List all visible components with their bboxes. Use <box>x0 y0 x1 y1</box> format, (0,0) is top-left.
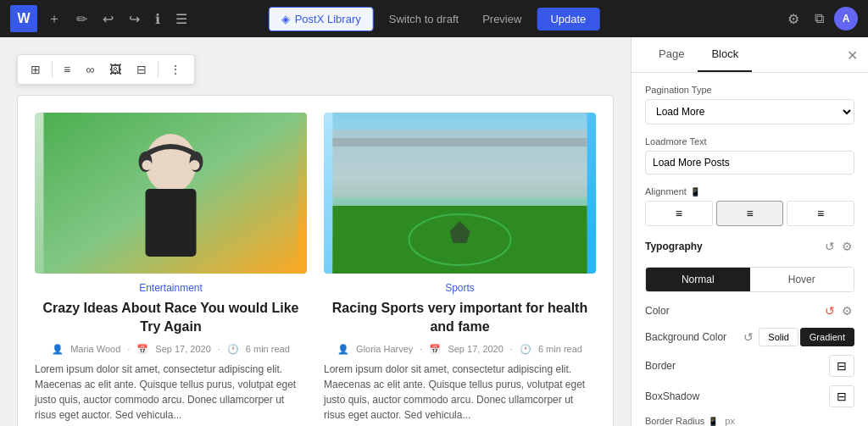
color-reset-button[interactable]: ↺ <box>825 304 835 318</box>
loop-button[interactable]: ∞ <box>80 58 100 80</box>
typography-group: Typography ↺ ⚙ <box>645 238 854 255</box>
post-date: Sep 17, 2020 <box>155 344 210 354</box>
typography-settings-button[interactable]: ⚙ <box>840 238 854 255</box>
post-date: Sep 17, 2020 <box>448 344 503 354</box>
redo-button[interactable]: ↪ <box>124 6 145 32</box>
typography-header: Typography ↺ ⚙ <box>645 238 854 255</box>
user-avatar-button[interactable]: A <box>834 7 858 30</box>
svg-point-5 <box>142 160 153 170</box>
grid-view-button[interactable]: ⊞ <box>25 58 47 80</box>
solid-button[interactable]: Solid <box>759 328 798 346</box>
normal-state-button[interactable]: Normal <box>646 268 750 291</box>
read-time: 6 min read <box>538 344 582 354</box>
align-left-button[interactable]: ≡ <box>645 201 713 226</box>
gradient-button[interactable]: Gradient <box>800 328 854 346</box>
color-picker-button[interactable]: ⚙ <box>840 302 854 319</box>
calendar-icon: 📅 <box>429 344 441 355</box>
solid-gradient-toggle: Solid Gradient <box>759 328 854 346</box>
tab-block[interactable]: Block <box>698 37 752 72</box>
state-toggle: Normal Hover <box>645 267 854 292</box>
list-view-button[interactable]: ≡ <box>58 58 76 80</box>
post-card: Sports Racing Sports very important for … <box>324 113 596 423</box>
post-grid: Entertainment Crazy Ideas About Race You… <box>17 95 614 426</box>
typography-reset-button[interactable]: ↺ <box>823 238 837 255</box>
tab-page[interactable]: Page <box>645 37 698 72</box>
author-icon: 👤 <box>52 344 64 355</box>
post-title[interactable]: Racing Sports very important for health … <box>324 299 596 337</box>
responsive-radius-icon: 📱 <box>708 417 718 426</box>
blocks-button[interactable]: ⧉ <box>810 6 829 31</box>
color-controls: ↺ ⚙ <box>825 302 854 319</box>
loadmore-text-label: Loadmore Text <box>645 136 854 147</box>
sidebar: Page Block ✕ Pagination Type Load More L… <box>631 37 868 426</box>
canvas: ⊞ ≡ ∞ 🖼 ⊟ ⋮ <box>0 37 631 426</box>
sidebar-tabs: Page Block ✕ <box>632 37 868 73</box>
settings-button[interactable]: ⚙ <box>782 6 804 32</box>
main-layout: ⊞ ≡ ∞ 🖼 ⊟ ⋮ <box>0 37 868 426</box>
dot-separator: · <box>420 344 422 354</box>
post-author: Gloria Harvey <box>356 344 413 354</box>
switch-to-draft-button[interactable]: Switch to draft <box>381 8 467 30</box>
preview-button[interactable]: Preview <box>474 8 530 30</box>
postx-icon: ◈ <box>281 13 290 25</box>
post-excerpt: Lorem ipsum dolor sit amet, consectetur … <box>324 362 596 423</box>
boxshadow-group: BoxShadow ⊟ <box>645 385 854 407</box>
add-block-button[interactable]: ＋ <box>42 5 66 33</box>
sidebar-content: Pagination Type Load More Loadmore Text … <box>632 73 868 426</box>
color-group: Color ↺ ⚙ <box>645 302 854 319</box>
responsive-icon: 📱 <box>690 187 700 196</box>
border-settings-button[interactable]: ⊟ <box>829 355 854 377</box>
wp-logo: W <box>10 5 37 32</box>
list-view-button[interactable]: ☰ <box>170 6 192 32</box>
loadmore-text-input[interactable] <box>645 151 854 174</box>
close-sidebar-button[interactable]: ✕ <box>847 47 858 63</box>
top-bar: W ＋ ✏ ↩ ↪ ℹ ☰ ◈ PostX Library Switch to … <box>0 0 868 37</box>
typography-actions: ↺ ⚙ <box>823 238 854 255</box>
post-title[interactable]: Crazy Ideas About Race You would Like Tr… <box>35 299 307 337</box>
bg-color-controls: ↺ Solid Gradient <box>742 328 854 346</box>
update-button[interactable]: Update <box>537 8 599 30</box>
typography-label: Typography <box>645 241 703 252</box>
pagination-type-label: Pagination Type <box>645 85 854 95</box>
bg-color-label: Background Color <box>645 331 726 343</box>
toolbar-separator-2 <box>158 61 159 78</box>
alignment-label: Alignment 📱 <box>645 186 854 196</box>
hover-state-button[interactable]: Hover <box>750 268 854 291</box>
tools-button[interactable]: ✏ <box>71 6 92 32</box>
clock-icon: 🕐 <box>520 344 531 355</box>
read-time: 6 min read <box>246 344 290 354</box>
top-bar-left: W ＋ ✏ ↩ ↪ ℹ ☰ <box>10 5 192 33</box>
border-radius-group: Border Radius 📱 px TOP RIGHT BO <box>645 416 854 426</box>
table-button[interactable]: ⊟ <box>131 58 153 80</box>
align-right-button[interactable]: ≡ <box>787 201 854 226</box>
calendar-icon: 📅 <box>136 344 148 355</box>
bg-color-reset-button[interactable]: ↺ <box>742 329 755 346</box>
post-card: Entertainment Crazy Ideas About Race You… <box>35 113 307 423</box>
postx-library-label: PostX Library <box>295 13 361 25</box>
svg-rect-9 <box>333 138 587 147</box>
post-category[interactable]: Entertainment <box>35 282 307 294</box>
border-radius-label: Border Radius 📱 px <box>645 416 854 426</box>
post-excerpt: Lorem ipsum dolor sit amet, consectetur … <box>35 362 307 423</box>
image-button[interactable]: 🖼 <box>103 58 127 80</box>
info-button[interactable]: ℹ <box>150 6 165 32</box>
boxshadow-settings-button[interactable]: ⊟ <box>829 385 854 407</box>
dot-separator: · <box>127 344 130 354</box>
boxshadow-label: BoxShadow <box>645 390 699 402</box>
dot-separator-2: · <box>218 344 220 354</box>
block-toolbar: ⊞ ≡ ∞ 🖼 ⊟ ⋮ <box>17 54 195 85</box>
border-radius-unit: px <box>725 416 735 426</box>
postx-library-button[interactable]: ◈ PostX Library <box>269 7 374 31</box>
pagination-type-select[interactable]: Load More <box>645 99 854 124</box>
svg-point-6 <box>190 160 200 170</box>
top-bar-right: ⚙ ⧉ A <box>782 6 858 32</box>
undo-button[interactable]: ↩ <box>97 6 119 32</box>
svg-point-1 <box>146 134 197 193</box>
more-options-button[interactable]: ⋮ <box>164 58 187 80</box>
align-center-button[interactable]: ≡ <box>716 201 784 226</box>
post-category[interactable]: Sports <box>324 282 596 294</box>
dot-separator-2: · <box>510 344 513 354</box>
pagination-type-group: Pagination Type Load More <box>645 85 854 124</box>
post-meta: 👤 Gloria Harvey · 📅 Sep 17, 2020 · 🕐 6 m… <box>324 344 596 355</box>
loadmore-text-group: Loadmore Text <box>645 136 854 174</box>
